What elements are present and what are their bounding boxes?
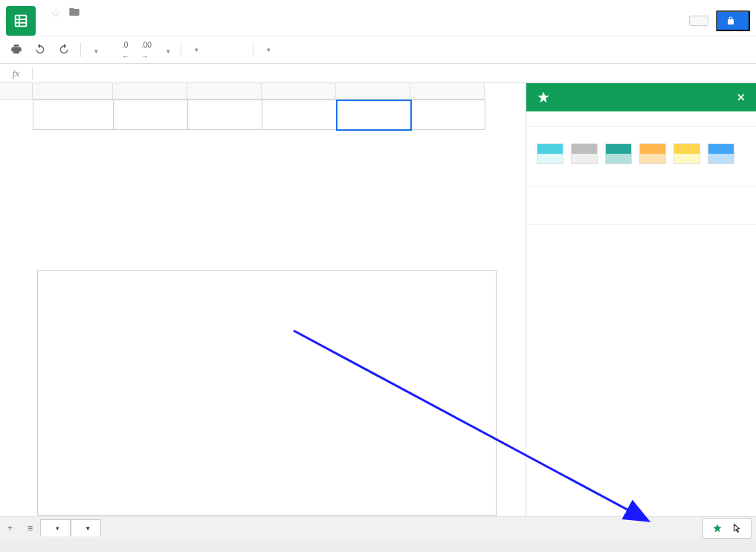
cell[interactable] — [411, 100, 485, 130]
comments-button[interactable] — [689, 16, 708, 26]
menu-overflow — [177, 23, 189, 26]
percent-format[interactable] — [106, 47, 114, 53]
palette-option[interactable] — [605, 143, 632, 164]
chart-plot — [48, 288, 374, 488]
col-header[interactable] — [410, 83, 485, 100]
all-sheets-button[interactable]: ≡ — [20, 523, 40, 533]
sheet-tab-active[interactable]: ▾ — [71, 519, 101, 536]
menu-format[interactable] — [103, 23, 114, 26]
menu-insert[interactable] — [88, 23, 100, 26]
sheets-logo[interactable] — [6, 6, 36, 36]
currency-format[interactable] — [87, 42, 103, 59]
palette-option[interactable] — [537, 143, 563, 164]
toolbar: .0← .00→ — [0, 36, 756, 64]
palette-option[interactable] — [708, 143, 734, 164]
embedded-chart[interactable] — [37, 270, 497, 516]
col-header[interactable] — [113, 83, 187, 100]
menu-data[interactable] — [117, 23, 129, 26]
chart-legend — [374, 288, 485, 488]
menu-edit[interactable] — [58, 23, 70, 26]
increase-decimal[interactable]: .00→ — [137, 36, 156, 64]
share-button[interactable] — [716, 10, 750, 31]
palette-option[interactable] — [571, 143, 598, 164]
star-icon[interactable]: ☆ — [51, 6, 61, 20]
cell[interactable] — [33, 100, 114, 130]
decrease-decimal[interactable]: .0← — [117, 36, 134, 64]
mini-chart[interactable] — [526, 207, 756, 224]
cursor-icon — [731, 523, 742, 533]
cell[interactable] — [188, 100, 262, 130]
lock-icon — [726, 16, 735, 25]
print-icon[interactable] — [6, 40, 27, 60]
explore-button[interactable] — [702, 518, 752, 539]
explore-icon — [537, 91, 550, 104]
status-bar — [0, 539, 756, 552]
cell[interactable] — [262, 100, 337, 130]
sheet-tab[interactable]: ▾ — [40, 519, 71, 536]
svg-marker-4 — [538, 92, 549, 103]
sheet-tabs-bar: + ≡ ▾ ▾ — [0, 516, 756, 539]
close-icon[interactable]: ✕ — [737, 91, 746, 103]
number-format[interactable] — [159, 42, 175, 59]
cell-selected[interactable] — [337, 100, 411, 130]
menu-file[interactable] — [43, 23, 55, 26]
select-all-corner[interactable] — [0, 83, 33, 100]
menu-addons[interactable] — [147, 23, 159, 26]
insight-text — [526, 224, 756, 228]
fx-label: fx — [0, 68, 33, 79]
folder-icon[interactable] — [68, 6, 80, 20]
col-header[interactable] — [33, 83, 113, 100]
svg-marker-6 — [713, 524, 722, 533]
palette-option[interactable] — [673, 143, 700, 164]
svg-rect-0 — [16, 16, 27, 27]
menu-help[interactable] — [162, 23, 174, 26]
toolbar-more[interactable] — [259, 43, 275, 56]
col-header[interactable] — [187, 83, 262, 100]
menu-view[interactable] — [73, 23, 85, 26]
explore-sidebar: ✕ — [526, 83, 756, 531]
font-select[interactable] — [187, 43, 247, 56]
redo-icon[interactable] — [54, 40, 74, 60]
col-header[interactable] — [336, 83, 410, 100]
cell[interactable] — [114, 100, 188, 130]
explore-star-icon — [712, 523, 723, 533]
palette-option[interactable] — [639, 143, 666, 164]
undo-icon[interactable] — [30, 40, 51, 60]
sheet-area[interactable] — [0, 83, 526, 531]
menu-tools[interactable] — [132, 23, 144, 26]
col-header[interactable] — [262, 83, 336, 100]
add-sheet-button[interactable]: + — [0, 523, 20, 533]
